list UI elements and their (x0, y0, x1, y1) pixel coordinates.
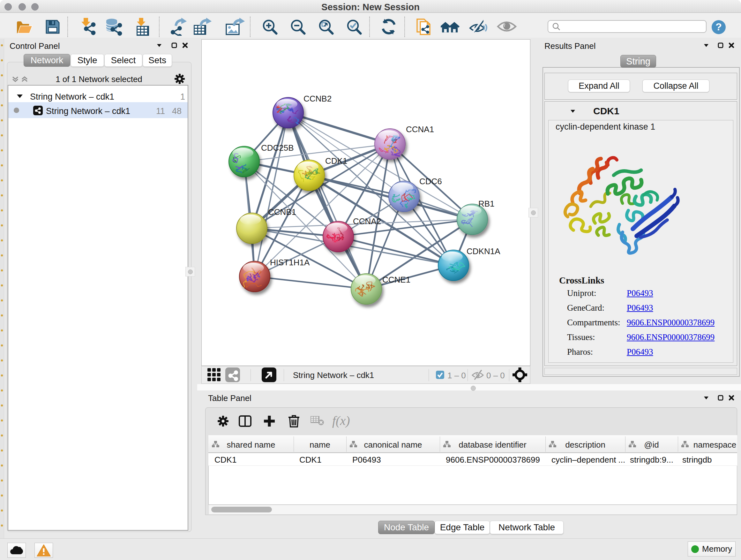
svg-text:HIST1H1A: HIST1H1A (270, 258, 310, 267)
svg-text:?: ? (716, 21, 722, 33)
svg-text:CCNB2: CCNB2 (304, 94, 332, 104)
svg-text:CDK1: CDK1 (325, 156, 347, 166)
svg-text:CDC25B: CDC25B (261, 143, 294, 152)
svg-text:CCNB1: CCNB1 (268, 207, 296, 217)
svg-text:RB1: RB1 (478, 199, 495, 208)
svg-text:CCNA1: CCNA1 (406, 125, 434, 134)
svg-text:CDC6: CDC6 (419, 177, 442, 186)
svg-text:CCNE1: CCNE1 (382, 275, 410, 285)
svg-text:CCNA2: CCNA2 (353, 216, 381, 226)
svg-text:CDKN1A: CDKN1A (467, 246, 500, 256)
